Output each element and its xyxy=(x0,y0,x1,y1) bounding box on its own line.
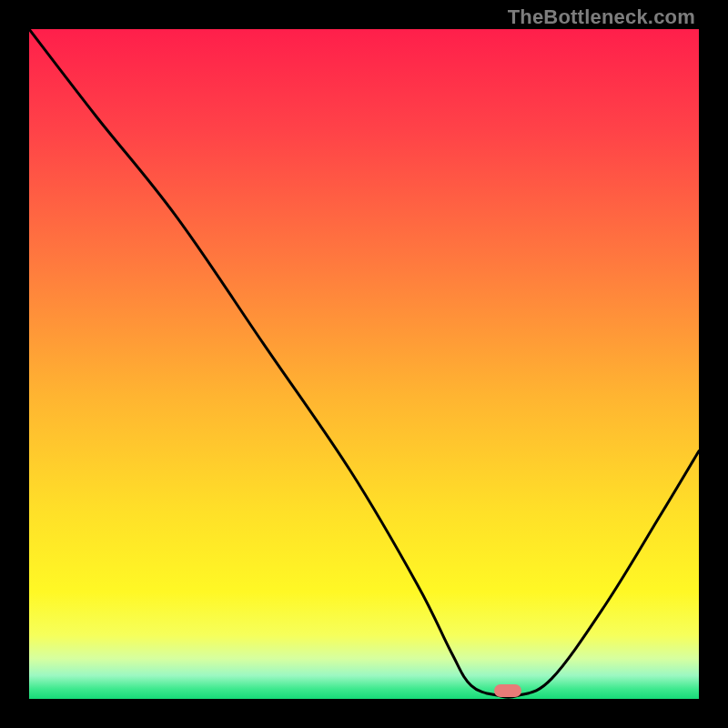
bottleneck-curve xyxy=(29,29,699,699)
optimal-marker xyxy=(494,684,521,697)
chart-frame: TheBottleneck.com xyxy=(0,0,728,728)
watermark-text: TheBottleneck.com xyxy=(508,5,695,29)
plot-area xyxy=(29,29,699,699)
